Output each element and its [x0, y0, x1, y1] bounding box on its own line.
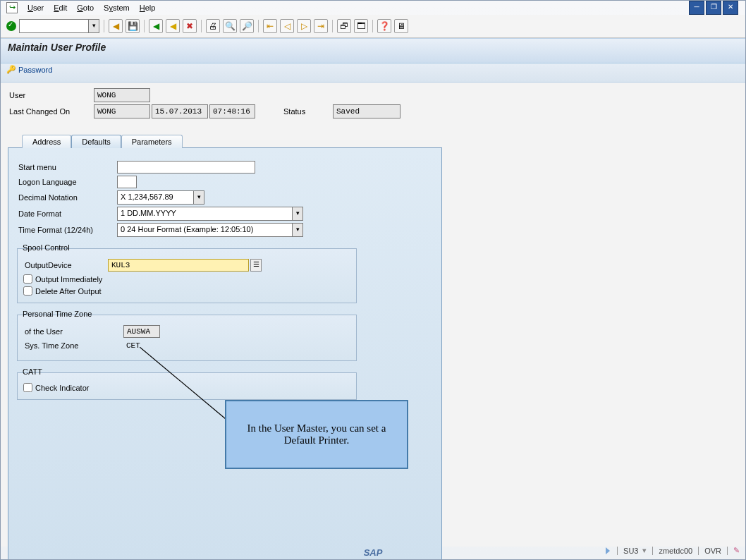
defaults-panel: Start menu Logon Language Decimal Notati…: [8, 147, 442, 560]
page-title: Maintain User Profile: [8, 42, 738, 53]
personal-timezone-legend: Personal Time Zone: [20, 310, 94, 318]
cancel-button[interactable]: ✖: [183, 19, 197, 33]
f4-help-button[interactable]: ☰: [250, 259, 262, 272]
status-system: zmetdc00: [659, 547, 692, 555]
dropdown-arrow-icon[interactable]: ▾: [88, 20, 99, 32]
time-format-select[interactable]: 0 24 Hour Format (Example: 12:05:10)▾: [117, 223, 303, 237]
last-page-button[interactable]: ⇥: [314, 19, 328, 33]
save-button[interactable]: 💾: [126, 19, 140, 33]
command-field[interactable]: ▾: [19, 19, 99, 33]
tooltip-callout: In the User Master, you can set a Defaul…: [225, 400, 408, 469]
decimal-notation-select[interactable]: X 1,234,567.89▾: [117, 190, 204, 205]
check-indicator-label: Check Indicator: [35, 384, 89, 392]
help-button[interactable]: ❓: [377, 19, 391, 33]
status-label: Status: [255, 107, 333, 116]
status-value: Saved: [333, 104, 400, 118]
time-format-label: Time Format (12/24h): [17, 226, 117, 234]
password-button[interactable]: 🔑 Password: [6, 65, 52, 74]
last-changed-label: Last Changed On: [8, 107, 94, 116]
shortcut-button[interactable]: 🗔: [354, 19, 368, 33]
delete-after-output-label: Delete After Output: [35, 287, 102, 296]
back-button[interactable]: ◀: [109, 19, 123, 33]
restore-button[interactable]: ❐: [706, 1, 721, 15]
find-next-button[interactable]: 🔎: [240, 19, 254, 33]
output-device-label: OutputDevice: [23, 261, 108, 269]
spool-control-legend: Spool Control: [20, 243, 72, 252]
user-label: User: [8, 91, 94, 99]
chevron-down-icon: ▾: [292, 224, 302, 236]
status-bar: SU3 ▾ zmetdc00 OVR ✎: [1, 544, 745, 556]
triangle-icon[interactable]: [606, 547, 610, 554]
prev-page-button[interactable]: ◁: [280, 19, 294, 33]
delete-after-output-checkbox[interactable]: [23, 286, 32, 296]
status-tcode: SU3: [623, 547, 638, 555]
print-button[interactable]: 🖨: [206, 19, 220, 33]
menu-icon[interactable]: ↪: [6, 2, 18, 13]
menu-system[interactable]: System: [104, 1, 130, 15]
of-user-value[interactable]: AUSWA: [123, 325, 160, 338]
decimal-notation-label: Decimal Notation: [17, 193, 117, 202]
start-menu-input[interactable]: [117, 161, 255, 174]
first-page-button[interactable]: ⇤: [263, 19, 277, 33]
menu-edit[interactable]: Edit: [54, 1, 67, 15]
start-menu-label: Start menu: [17, 163, 117, 171]
tab-defaults[interactable]: Defaults: [71, 135, 121, 148]
personal-timezone-group: Personal Time Zone of the User AUSWA Sys…: [17, 315, 357, 361]
output-device-input[interactable]: [108, 259, 249, 272]
key-icon: 🔑: [6, 65, 16, 74]
password-label: Password: [18, 66, 52, 74]
menu-bar: ↪ UUserser Edit Goto System Help: [1, 1, 745, 15]
of-user-label: of the User: [23, 327, 123, 336]
catt-legend: CATT: [20, 367, 44, 376]
layout-button[interactable]: 🖥: [394, 19, 408, 33]
chevron-down-icon: ▾: [292, 207, 302, 220]
sys-tz-label: Sys. Time Zone: [23, 341, 123, 350]
title-bar: Maintain User Profile: [1, 38, 745, 63]
last-changed-by: WONG: [94, 104, 150, 118]
last-changed-date: 15.07.2013: [152, 104, 208, 118]
logon-language-input[interactable]: [117, 176, 137, 188]
pen-icon[interactable]: ✎: [733, 546, 740, 555]
status-mode: OVR: [704, 547, 721, 555]
menu-help[interactable]: Help: [140, 1, 156, 15]
new-session-button[interactable]: 🗗: [337, 19, 351, 33]
catt-group: CATT Check Indicator: [17, 372, 357, 400]
user-value: WONG: [94, 88, 150, 102]
sys-tz-value: CET: [123, 340, 159, 351]
menu-user[interactable]: UUserser: [27, 1, 44, 15]
tab-parameters[interactable]: Parameters: [121, 135, 183, 148]
menu-goto[interactable]: Goto: [77, 1, 94, 15]
minimize-button[interactable]: ─: [689, 1, 704, 15]
logon-language-label: Logon Language: [17, 178, 117, 186]
last-changed-time: 07:48:16: [209, 104, 255, 118]
check-indicator-checkbox[interactable]: [23, 383, 32, 392]
chevron-down-icon: ▾: [193, 191, 204, 204]
toolbar: ▾ ◀ 💾 ◀ ◀ ✖ 🖨 🔍 🔎 ⇤ ◁ ▷ ⇥ 🗗 🗔 ❓ 🖥: [1, 15, 745, 38]
next-page-button[interactable]: ▷: [297, 19, 311, 33]
exit-button[interactable]: ◀: [166, 19, 180, 33]
date-format-select[interactable]: 1 DD.MM.YYYY▾: [117, 207, 303, 221]
spool-control-group: Spool Control OutputDevice ☰ Output Imme…: [17, 248, 357, 303]
tab-address[interactable]: Address: [22, 135, 71, 148]
enter-icon[interactable]: [6, 21, 16, 31]
back-green-button[interactable]: ◀: [149, 19, 163, 33]
output-immediately-checkbox[interactable]: [23, 274, 32, 284]
date-format-label: Date Format: [17, 209, 117, 218]
output-immediately-label: Output Immediately: [35, 275, 102, 284]
find-button[interactable]: 🔍: [223, 19, 237, 33]
close-button[interactable]: ✕: [723, 1, 738, 15]
